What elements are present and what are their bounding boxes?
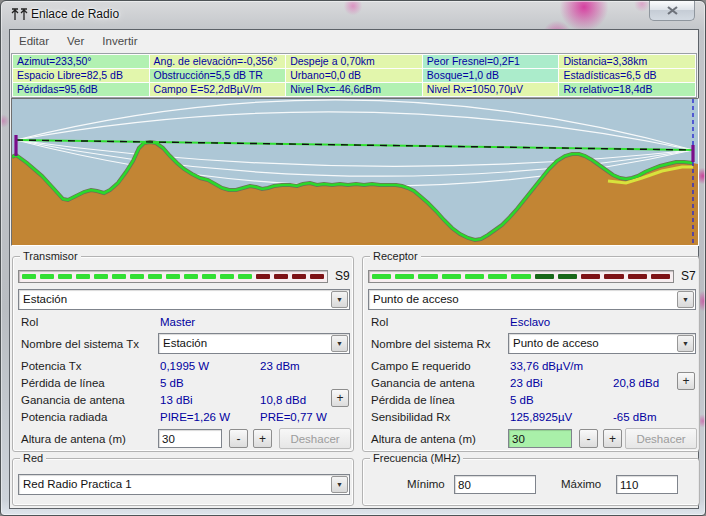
info-cell-rx-relativo: Rx relativo=18,4dB <box>559 83 695 96</box>
info-cell-nivel-rx-uv: Nivel Rx=1050,70µV <box>423 83 559 96</box>
chevron-down-icon[interactable]: ▼ <box>331 335 348 352</box>
transmitter-panel: Transmisor S9 Estación ▼ Rol Master Nomb… <box>12 256 354 452</box>
tx-rol-label: Rol <box>21 316 38 328</box>
rx-ganancia-label: Ganancia de antena <box>371 377 475 389</box>
rx-perdida-label: Pérdida de línea <box>371 394 455 406</box>
info-cell-estadisticas: Estadísticas=6,5 dB <box>559 69 695 82</box>
rx-rol-value: Esclavo <box>510 316 550 328</box>
tx-ganancia-dbi: 13 dBi <box>160 394 193 406</box>
rx-ganancia-dbi: 23 dBi <box>510 377 543 389</box>
chevron-down-icon[interactable]: ▼ <box>677 291 694 308</box>
chevron-down-icon[interactable]: ▼ <box>677 335 694 352</box>
tx-altura-input[interactable] <box>158 429 222 448</box>
chevron-down-icon[interactable]: ▼ <box>331 291 348 308</box>
menu-ver[interactable]: Ver <box>58 32 93 50</box>
rx-altura-increase-button[interactable]: + <box>603 429 622 448</box>
frequency-min-input[interactable] <box>454 475 536 494</box>
meter-segment <box>148 274 162 279</box>
info-cell-elevacion: Ang. de elevación=-0,356° <box>150 55 286 68</box>
meter-segment <box>256 274 270 279</box>
rx-ganancia-dbd: 20,8 dBd <box>613 377 659 389</box>
frequency-max-input[interactable] <box>616 475 678 494</box>
rx-rol-label: Rol <box>371 316 388 328</box>
client-area: Editar Ver Invertir Azimut=233,50° Ang. … <box>9 29 699 509</box>
rx-altura-label: Altura de antena (m) <box>371 433 476 445</box>
meter-segment <box>166 274 180 279</box>
tx-pre-value: PRE=0,77 W <box>260 411 327 423</box>
receiver-panel: Receptor S7 Punto de acceso ▼ Rol Esclav… <box>362 256 700 452</box>
meter-segment <box>628 274 647 279</box>
meter-segment <box>238 274 252 279</box>
info-cell-obstruccion: Obstrucción=5,5 dB TR <box>150 69 286 82</box>
rx-undo-button[interactable]: Deshacer <box>625 428 697 449</box>
info-cell-bosque: Bosque=1,0 dB <box>423 69 559 82</box>
rx-altura-decrease-button[interactable]: - <box>579 429 598 448</box>
tx-undo-button[interactable]: Deshacer <box>279 428 351 449</box>
tx-sistema-label: Nombre del sistema Tx <box>21 338 139 350</box>
meter-segment <box>130 274 144 279</box>
rx-sensibilidad-dbm: -65 dBm <box>613 411 656 423</box>
menubar: Editar Ver Invertir <box>10 30 698 52</box>
tx-potencia-dbm: 23 dBm <box>260 360 300 372</box>
network-combo[interactable]: Red Radio Practica 1 ▼ <box>18 474 350 495</box>
info-cell-azimut: Azimut=233,50° <box>13 55 149 68</box>
meter-segment <box>292 274 306 279</box>
meter-segment <box>58 274 72 279</box>
meter-segment <box>40 274 54 279</box>
titlebar[interactable]: Enlace de Radio <box>1 1 705 29</box>
meter-segment <box>465 274 484 279</box>
rx-antenna-detail-button[interactable]: + <box>677 372 695 390</box>
meter-segment <box>220 274 234 279</box>
info-cell-nivel-rx-dbm: Nivel Rx=-46,6dBm <box>286 83 422 96</box>
receiver-legend: Receptor <box>370 250 421 262</box>
rx-perdida-value: 5 dB <box>510 394 534 406</box>
tx-antenna-detail-button[interactable]: + <box>331 389 349 407</box>
terrain-profile-chart[interactable] <box>11 98 699 246</box>
meter-segment <box>488 274 507 279</box>
info-cell-espacio-libre: Espacio Libre=82,5 dB <box>13 69 149 82</box>
tx-pire-value: PIRE=1,26 W <box>160 411 230 423</box>
meter-segment <box>202 274 216 279</box>
app-icon <box>11 7 28 22</box>
tx-potencia-label: Potencia Tx <box>21 360 82 372</box>
info-cell-distancia: Distancia=3,38km <box>559 55 695 68</box>
rx-sistema-label: Nombre del sistema Rx <box>371 338 491 350</box>
network-panel: Red Red Radio Practica 1 ▼ <box>12 458 354 506</box>
tx-perdida-label: Pérdida de línea <box>21 377 105 389</box>
chevron-down-icon[interactable]: ▼ <box>331 476 348 493</box>
info-cell-fresnel: Peor Fresnel=0,2F1 <box>423 55 559 68</box>
rx-unit-combo[interactable]: Punto de acceso ▼ <box>368 289 696 310</box>
frequency-legend: Frecuencia (MHz) <box>370 452 463 464</box>
tx-unit-combo[interactable]: Estación ▼ <box>18 289 350 310</box>
tx-sistema-combo[interactable]: Estación ▼ <box>158 333 350 354</box>
rx-altura-input[interactable] <box>508 429 572 448</box>
meter-segment <box>112 274 126 279</box>
tx-altura-increase-button[interactable]: + <box>253 429 272 448</box>
info-cell-despeje: Despeje a 0,70km <box>286 55 422 68</box>
rx-sistema-combo[interactable]: Punto de acceso ▼ <box>508 333 696 354</box>
transmitter-legend: Transmisor <box>20 250 81 262</box>
meter-segment <box>604 274 623 279</box>
menu-editar[interactable]: Editar <box>10 32 58 50</box>
tx-altura-decrease-button[interactable]: - <box>229 429 248 448</box>
rx-sensibilidad-label: Sensibilidad Rx <box>371 411 450 423</box>
meter-segment <box>184 274 198 279</box>
frequency-max-label: Máximo <box>561 478 601 490</box>
window-title: Enlace de Radio <box>31 7 119 21</box>
rx-campo-label: Campo E requerido <box>371 360 471 372</box>
info-cell-campo-e: Campo E=52,2dBµV/m <box>150 83 286 96</box>
menu-invertir[interactable]: Invertir <box>93 32 146 50</box>
rx-campo-value: 33,76 dBµV/m <box>510 360 583 372</box>
meter-segment <box>395 274 414 279</box>
info-cell-urbano: Urbano=0,0 dB <box>286 69 422 82</box>
meter-segment <box>94 274 108 279</box>
meter-segment <box>22 274 36 279</box>
rx-s-unit-label: S7 <box>681 269 696 283</box>
close-button[interactable] <box>649 1 695 21</box>
tx-ganancia-dbd: 10,8 dBd <box>260 394 306 406</box>
link-info-grid: Azimut=233,50° Ang. de elevación=-0,356°… <box>11 53 697 98</box>
meter-segment <box>581 274 600 279</box>
tx-rol-value: Master <box>160 316 195 328</box>
tx-ganancia-label: Ganancia de antena <box>21 394 125 406</box>
meter-segment <box>76 274 90 279</box>
